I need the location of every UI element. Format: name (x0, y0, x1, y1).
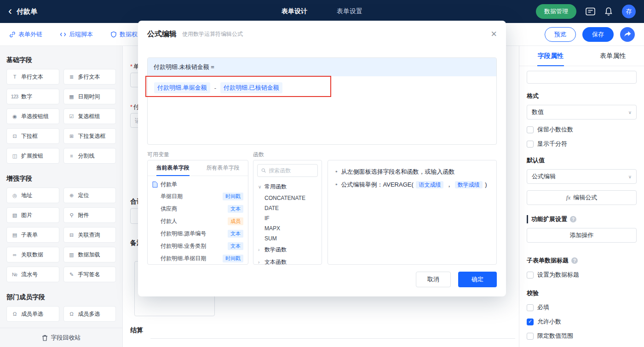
variable-item[interactable]: 付款明细.单据日期 时间戳 (151, 252, 244, 265)
field-type-item[interactable]: ▧ 图片 (6, 207, 59, 223)
caret-down-icon: ∨ (258, 184, 262, 189)
math-functions-group[interactable]: › 数学函数 (258, 244, 317, 256)
formula-input-area[interactable]: 付款明细.单据金额 - 付款明细.已核销金额 (148, 76, 496, 99)
document-lines-icon[interactable] (586, 7, 595, 16)
search-input[interactable] (269, 167, 314, 174)
field-type-label: 分割线 (78, 152, 95, 160)
allow-decimal-label: 允许小数 (537, 318, 561, 326)
field-type-item[interactable]: ≡ 分割线 (63, 148, 116, 164)
field-type-item[interactable]: Ω 成员单选 (6, 306, 59, 322)
variable-item[interactable]: 付款明细.业务类别 文本 (151, 240, 244, 252)
validation-title: 校验 (527, 289, 637, 297)
field-type-label: 单选按钮组 (21, 113, 49, 120)
field-type-item[interactable]: ▤ 子表单 (6, 227, 59, 243)
variable-item[interactable]: 供应商 文本 (151, 203, 244, 215)
common-functions-group[interactable]: ∨ 常用函数 (258, 181, 317, 193)
close-icon[interactable]: × (491, 29, 497, 39)
add-action-button[interactable]: 添加操作 (527, 228, 637, 243)
allow-decimal-checkbox[interactable]: 允许小数 (527, 318, 637, 326)
field-type-item[interactable]: № 流水号 (6, 267, 59, 282)
variables-tree: 付款单 单据日期 时间戳 供应商 文本 付款人 成员 付款明细.源单编号 文本 (148, 176, 248, 265)
variable-item[interactable]: 付款明细.源单编号 文本 (151, 228, 244, 240)
decimal-digits-checkbox[interactable]: 保留小数位数 (527, 125, 637, 134)
field-type-item[interactable]: ◎ 地址 (6, 188, 59, 203)
variable-type-tag: 文本 (228, 242, 243, 250)
section-label-settlement: 结算 (130, 326, 143, 335)
field-type-item[interactable]: T 单行文本 (6, 69, 59, 85)
function-item[interactable]: MAPX (258, 223, 317, 233)
field-type-icon: ◎ (11, 193, 18, 199)
backend-script-button[interactable]: 后端脚本 (60, 30, 93, 39)
field-title-input[interactable] (527, 71, 637, 84)
format-select[interactable]: 数值 ∨ (527, 105, 637, 119)
extension-settings-text: 功能扩展设置 (531, 215, 567, 223)
field-type-item[interactable]: ⊟ 关联查询 (63, 227, 116, 243)
required-checkbox[interactable]: 必填 (527, 303, 637, 312)
field-type-item[interactable]: ∞ 关联数据 (6, 247, 59, 262)
share-icon[interactable] (620, 27, 635, 42)
field-type-item[interactable]: ⊕ 定位 (63, 188, 116, 203)
text-functions-group[interactable]: › 文本函数 (258, 256, 317, 265)
field-recycle-bin[interactable]: 字段回收站 (0, 328, 122, 347)
function-item[interactable]: CONCATENATE (258, 193, 317, 203)
field-type-item[interactable]: ☑ 复选框组 (63, 108, 116, 124)
tab-all-form-fields[interactable]: 所有表单字段 (198, 160, 248, 176)
data-manage-button[interactable]: 数据管理 (536, 4, 576, 19)
function-item[interactable]: DATE (258, 203, 317, 213)
preview-button[interactable]: 预览 (545, 27, 576, 42)
bell-icon[interactable] (604, 7, 613, 16)
function-item[interactable]: IF (258, 213, 317, 223)
help-icon[interactable]: ? (571, 257, 578, 264)
validation-title-text: 校验 (527, 289, 539, 297)
avatar[interactable]: 存 (622, 5, 636, 18)
function-item[interactable]: SUM (258, 233, 317, 244)
topbar-left: ‹ 付款单 (8, 7, 160, 17)
example-field-chip: 语文成绩 (416, 181, 443, 188)
back-icon[interactable]: ‹ (8, 6, 12, 17)
tab-form-properties[interactable]: 表单属性 (582, 46, 644, 66)
tab-form-settings[interactable]: 表单设置 (337, 7, 362, 16)
formula-field-token[interactable]: 付款明细.单据金额 (154, 82, 210, 93)
variable-item[interactable]: 付款人 成员 (151, 215, 244, 228)
code-icon (60, 31, 66, 38)
form-node[interactable]: 付款单 (151, 179, 244, 190)
help-line: • 公式编辑举例：AVERAGE( 语文成绩 ， 数学成绩 ) (335, 180, 489, 190)
field-type-item[interactable]: ⚲ 附件 (63, 207, 116, 223)
function-search[interactable] (257, 164, 318, 177)
math-functions-label: 数学函数 (264, 246, 287, 254)
thousands-separator-checkbox[interactable]: 显示千分符 (527, 140, 637, 148)
field-type-icon: ≣ (68, 74, 75, 80)
field-type-item[interactable]: ▥ 数据加载 (63, 247, 116, 262)
required-label: 必填 (537, 303, 549, 312)
limit-range-checkbox[interactable]: 限定数值范围 (527, 332, 637, 340)
tab-current-form-fields[interactable]: 当前表单字段 (148, 160, 198, 176)
save-button[interactable]: 保存 (582, 27, 614, 42)
default-value-select[interactable]: 公式编辑 ∨ (527, 169, 637, 184)
form-external-link-button[interactable]: 表单外链 (9, 30, 42, 39)
field-type-item[interactable]: ⊡ 下拉框 (6, 128, 59, 144)
variable-item[interactable]: 单据日期 时间戳 (151, 190, 244, 203)
field-type-item[interactable]: ✎ 手写签名 (63, 267, 116, 282)
field-type-label: 日期时间 (78, 93, 100, 101)
confirm-button[interactable]: 确定 (458, 272, 497, 287)
checkbox-icon (527, 333, 534, 340)
function-name: SUM (264, 235, 277, 242)
edit-formula-button[interactable]: fx 编辑公式 (527, 190, 637, 205)
field-type-item[interactable]: ▦ 日期时间 (63, 89, 116, 104)
field-type-item[interactable]: ◫ 扩展按钮 (6, 148, 59, 164)
set-data-title-checkbox[interactable]: 设置为数据标题 (527, 271, 637, 279)
bullet-icon: • (335, 167, 338, 177)
properties-tabs: 字段属性 表单属性 (519, 46, 644, 66)
field-type-item[interactable]: ⊞ 下拉复选框 (63, 128, 116, 144)
help-icon[interactable]: ? (570, 216, 576, 222)
field-type-item[interactable]: Ω 成员多选 (63, 306, 116, 322)
tab-form-design[interactable]: 表单设计 (282, 7, 307, 16)
field-type-item[interactable]: ≣ 多行文本 (63, 69, 116, 85)
field-type-icon: ⚲ (68, 212, 75, 218)
field-type-item[interactable]: ◉ 单选按钮组 (6, 108, 59, 124)
field-type-item[interactable]: 123 数字 (6, 89, 59, 104)
tab-field-properties[interactable]: 字段属性 (519, 46, 582, 66)
field-type-label: 关联数据 (21, 251, 43, 259)
cancel-button[interactable]: 取消 (416, 272, 451, 287)
formula-field-token[interactable]: 付款明细.已核销金额 (220, 82, 282, 93)
